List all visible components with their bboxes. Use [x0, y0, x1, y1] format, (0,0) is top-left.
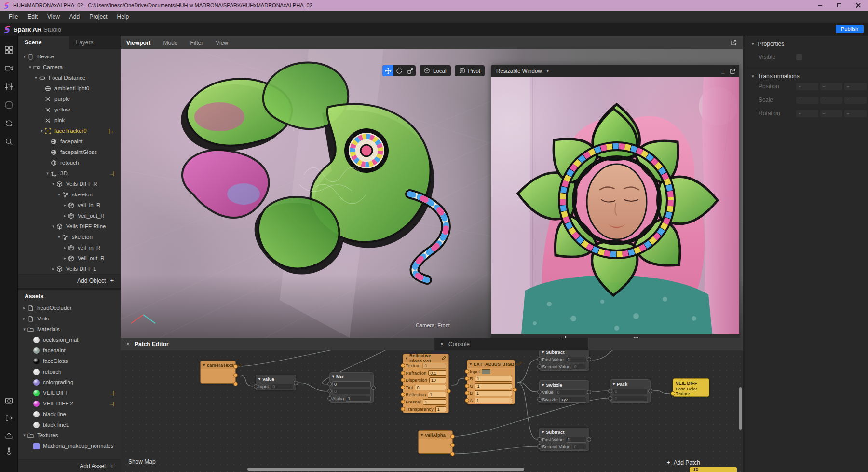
output-port[interactable] [513, 388, 517, 392]
node-collapse-icon[interactable]: ▾ [332, 375, 334, 379]
node-field-value[interactable]: 1 [475, 390, 512, 396]
expand-open-icon[interactable]: ▾ [56, 235, 62, 239]
output-port[interactable] [371, 386, 376, 390]
scene-item-facetracker0[interactable]: ▾faceTracker0|→ [18, 125, 121, 136]
add-asset-button[interactable]: Add Asset+ [18, 459, 121, 472]
node-field-value[interactable]: 1 [435, 406, 446, 412]
scale-field-z[interactable] [844, 97, 867, 104]
input-port[interactable] [327, 396, 332, 401]
chevron-down-icon[interactable]: ▾ [752, 42, 754, 46]
assets-item-black-line[interactable]: black line [18, 409, 121, 419]
scale-tool-button[interactable] [405, 65, 416, 76]
menu-file[interactable]: File [4, 11, 23, 23]
maximize-button[interactable] [829, 0, 849, 11]
scene-item-skeleton[interactable]: ▾skeleton [18, 232, 121, 242]
output-port[interactable] [587, 357, 591, 361]
viewport-tab-filter[interactable]: Filter [190, 40, 203, 46]
node-field-value[interactable]: 0 [572, 364, 586, 370]
sync-icon[interactable] [5, 119, 13, 127]
expand-closed-icon[interactable]: ▸ [21, 305, 27, 310]
minimize-button[interactable] [810, 0, 829, 11]
scene-item-veil-out-r[interactable]: ▸Veil_out_R [18, 210, 121, 221]
menu-project[interactable]: Project [84, 11, 112, 23]
expand-closed-icon[interactable]: ▸ [62, 256, 68, 261]
node-field-value[interactable]: 1 [566, 357, 586, 362]
input-port[interactable] [465, 384, 469, 388]
pivot-button[interactable]: Pivot [455, 65, 485, 76]
output-port[interactable] [648, 389, 652, 393]
input-port[interactable] [465, 369, 469, 374]
input-port[interactable] [327, 389, 332, 393]
input-port[interactable] [608, 396, 612, 401]
move-tool-button[interactable] [382, 65, 393, 76]
assets-item-madrona-makeup-normales[interactable]: Madrona_makeup_normales [18, 441, 121, 451]
node-field-value[interactable]: 1 [475, 383, 512, 389]
menu-edit[interactable]: Edit [23, 11, 42, 23]
menu-help[interactable]: Help [112, 11, 134, 23]
node-collapse-icon[interactable]: ▾ [406, 356, 407, 361]
node-field-value[interactable]: 1 [423, 399, 446, 405]
vertical-scrollbar[interactable] [739, 387, 742, 430]
scene-item-pink[interactable]: pink [18, 115, 121, 125]
expand-closed-icon[interactable]: ▸ [62, 213, 68, 218]
output-port[interactable] [450, 452, 455, 456]
visible-checkbox[interactable] [796, 54, 802, 60]
scene-item-3d[interactable]: ▾3D→| [18, 168, 121, 179]
upload-icon[interactable] [5, 431, 13, 440]
node-field-value[interactable]: 0 [415, 385, 446, 390]
node-field-value[interactable]: 1 [346, 396, 371, 402]
search-icon[interactable] [5, 138, 13, 146]
horizontal-scrollbar[interactable] [247, 468, 524, 471]
node-collapse-icon[interactable]: ▾ [470, 362, 472, 366]
edit-pencil-icon[interactable] [517, 361, 522, 367]
assets-item-textures[interactable]: ▾Textures [18, 430, 121, 441]
assets-item-retouch[interactable]: retouch [18, 366, 121, 377]
scene-item-device[interactable]: ▾Device [18, 51, 121, 62]
scene-item-veils-diff-rline[interactable]: ▾Veils DIFF Rline [18, 221, 121, 232]
expand-open-icon[interactable]: ▾ [56, 192, 62, 197]
add-patch-button[interactable]: + Add Patch [667, 459, 700, 466]
position-field-y[interactable] [820, 83, 842, 90]
popout-icon[interactable] [731, 39, 737, 48]
expand-closed-icon[interactable]: ▸ [62, 245, 68, 250]
texture-swatch[interactable] [482, 369, 490, 374]
rotation-field-z[interactable] [844, 110, 867, 117]
camera-icon[interactable] [5, 64, 13, 72]
output-port[interactable] [447, 389, 451, 393]
output-port[interactable] [587, 437, 591, 442]
node-field-value[interactable]: 0,1 [428, 370, 446, 376]
simulator-preview-window[interactable]: Resizable Window ▾ ≡ [491, 65, 739, 338]
scene-item-veil-in-r[interactable]: ▸veil_in_R [18, 242, 121, 253]
node-collapse-icon[interactable]: ▾ [258, 377, 260, 381]
input-port[interactable] [608, 389, 612, 393]
input-port[interactable] [401, 385, 405, 389]
menu-icon[interactable]: ≡ [721, 69, 725, 76]
input-port[interactable] [401, 392, 405, 397]
scene-item-focal-distance[interactable]: ▾Focal Distance [18, 72, 121, 83]
node-collapse-icon[interactable]: ▾ [613, 382, 615, 386]
add-object-button[interactable]: Add Object+ [18, 274, 121, 287]
assets-item-headoccluder[interactable]: ▸headOccluder [18, 303, 121, 313]
scene-item-yellow[interactable]: yellow [18, 104, 121, 115]
node-field-value[interactable]: 0 [271, 384, 293, 389]
patch-node-cameratexture0[interactable]: ▾cameraTexture0 [200, 361, 236, 384]
scene-item-veils-diff-l[interactable]: ▸Veils DIFF L [18, 264, 121, 274]
output-port[interactable] [587, 390, 591, 394]
scene-item-ambientlight0[interactable]: ambientLight0 [18, 83, 121, 94]
close-button[interactable] [849, 0, 868, 11]
assets-item-facepaint[interactable]: facepaint [18, 345, 121, 356]
input-port[interactable] [401, 363, 405, 368]
patch-node-veilalpha[interactable]: ▾VeilAlpha [418, 430, 453, 454]
node-collapse-icon[interactable]: ▾ [421, 433, 423, 437]
node-field-value[interactable]: 0 [613, 389, 648, 394]
scene-item-purple[interactable]: purple [18, 94, 121, 104]
node-field-value[interactable]: 0 [556, 389, 586, 395]
expand-open-icon[interactable]: ▾ [44, 171, 51, 176]
publish-button[interactable]: Publish [836, 25, 864, 33]
input-port[interactable] [537, 437, 542, 442]
scene-item-veil-out-r[interactable]: ▸Veil_out_R [18, 253, 121, 264]
input-port[interactable] [465, 398, 469, 403]
mixer-icon[interactable] [5, 83, 13, 91]
output-port[interactable] [450, 434, 455, 439]
expand-open-icon[interactable]: ▾ [50, 224, 56, 229]
